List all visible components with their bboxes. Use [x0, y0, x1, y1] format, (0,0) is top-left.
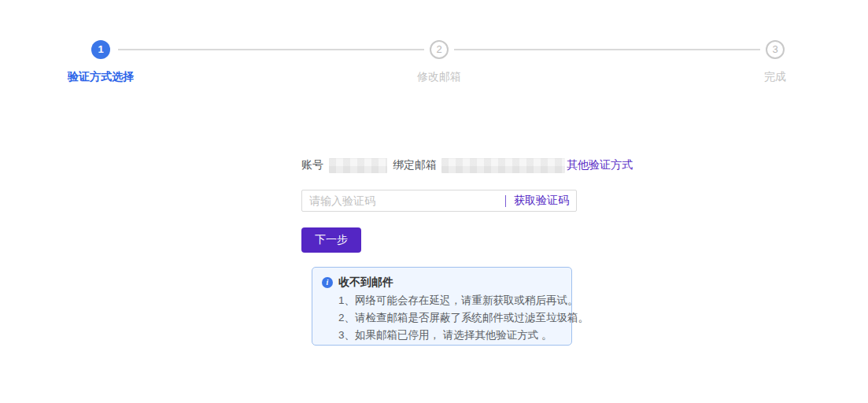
step-2-label: 修改邮箱: [396, 70, 482, 84]
account-info-row: 账号 绑定邮箱 其他验证方式: [301, 157, 633, 174]
notice-item-1: 1、网络可能会存在延迟，请重新获取或稍后再试。: [338, 292, 562, 309]
notice-title: 收不到邮件: [338, 275, 393, 290]
verification-code-input[interactable]: [309, 194, 502, 207]
input-divider: [505, 195, 506, 207]
info-circle-icon: i: [322, 277, 333, 288]
get-code-button[interactable]: 获取验证码: [514, 194, 569, 208]
step-2-circle: 2: [430, 40, 449, 59]
notice-item-3: 3、如果邮箱已停用， 请选择其他验证方式 。: [338, 327, 562, 344]
bind-email-label: 绑定邮箱: [393, 158, 437, 172]
account-value-redacted: [329, 158, 387, 173]
no-email-notice: i 收不到邮件 1、网络可能会存在延迟，请重新获取或稍后再试。 2、请检查邮箱是…: [312, 267, 572, 346]
step-3-circle: 3: [766, 40, 785, 59]
other-verification-link[interactable]: 其他验证方式: [567, 158, 633, 172]
email-value-redacted: [441, 158, 565, 173]
notice-item-2: 2、请检查邮箱是否屏蔽了系统邮件或过滤至垃圾箱。: [338, 309, 562, 327]
stepper-connector-2: [454, 49, 760, 50]
step-1-label: 验证方式选择: [57, 70, 144, 84]
verification-code-field: 获取验证码: [301, 190, 577, 212]
notice-header: i 收不到邮件: [322, 275, 562, 290]
next-step-button[interactable]: 下一步: [301, 227, 361, 253]
step-1-circle: 1: [91, 40, 110, 59]
stepper-connector-1: [118, 49, 424, 50]
step-3-label: 完成: [732, 70, 818, 84]
account-label: 账号: [301, 158, 323, 172]
notice-list: 1、网络可能会存在延迟，请重新获取或稍后再试。 2、请检查邮箱是否屏蔽了系统邮件…: [338, 292, 562, 344]
